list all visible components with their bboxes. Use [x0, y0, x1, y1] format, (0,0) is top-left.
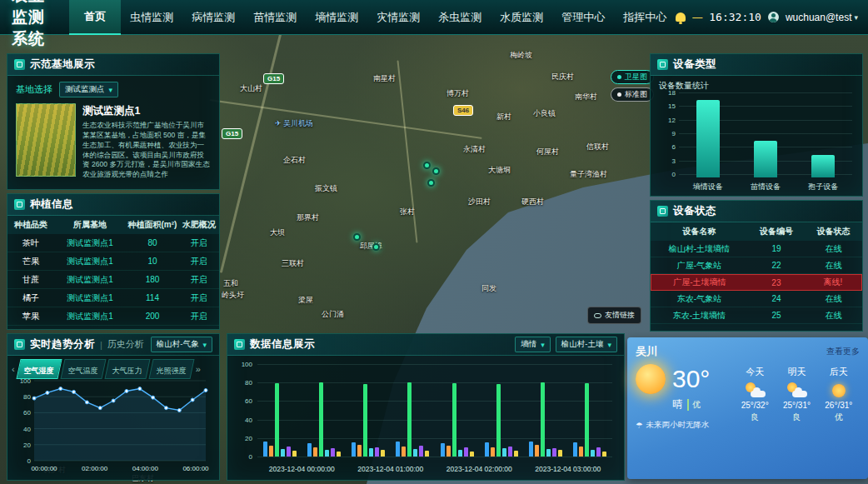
- data-info-panel: 数据信息展示 墒情 ▾ 榆山村-土壤 ▾ 0204060801002023-12…: [227, 333, 625, 481]
- trend-station-select[interactable]: 榆山村-气象 ▾: [151, 337, 212, 352]
- station-select[interactable]: 榆山村-土壤 ▾: [556, 337, 617, 352]
- standard-layer-button[interactable]: 标准图: [611, 87, 654, 102]
- panel-icon: [234, 339, 245, 350]
- base-select-value: 测试监测点: [65, 84, 105, 95]
- bar: [458, 450, 462, 457]
- svg-text:06:00:00: 06:00:00: [182, 465, 209, 472]
- nav-item-command-center[interactable]: 指挥中心: [614, 0, 676, 35]
- bar: [491, 447, 495, 457]
- clock: 16:32:10: [709, 11, 761, 23]
- map-marker[interactable]: [353, 233, 361, 241]
- bar: [413, 449, 417, 457]
- svg-text:00:00:00: 00:00:00: [31, 465, 57, 472]
- bar-category: [736, 92, 794, 177]
- map-label: ✈ 吴川机场: [275, 118, 313, 129]
- panel-header: 种植信息: [7, 194, 219, 216]
- chevron-down-icon: ▾: [607, 341, 611, 349]
- map-marker[interactable]: [427, 179, 435, 187]
- bar: [381, 450, 385, 457]
- map-label: 五和: [223, 278, 238, 289]
- bell-icon[interactable]: [676, 12, 686, 22]
- nav-item-disease[interactable]: 病情监测: [182, 0, 244, 35]
- nav-item-insect[interactable]: 虫情监测: [121, 0, 182, 35]
- current-temperature: 30°: [672, 367, 710, 392]
- map-label: 小良镇: [533, 108, 556, 119]
- layer-label: 卫星图: [625, 72, 647, 82]
- map-label: 沙田村: [468, 197, 491, 207]
- bar: [287, 447, 291, 457]
- map-marker[interactable]: [423, 162, 431, 169]
- chevron-down-icon: ▾: [109, 86, 113, 94]
- sun-cloud-icon: [744, 382, 766, 399]
- chevron-right-icon[interactable]: »: [195, 364, 202, 374]
- bar: [811, 155, 835, 177]
- base-select[interactable]: 测试监测点 ▾: [59, 82, 118, 97]
- map-label: 大塘垌: [488, 165, 511, 176]
- nav-item-home[interactable]: 首页: [69, 0, 121, 35]
- map-marker[interactable]: [432, 167, 440, 175]
- bar: [508, 447, 512, 457]
- table-row[interactable]: 东农-气象站 24 在线: [651, 291, 862, 307]
- nav-item-water-quality[interactable]: 水质监测: [491, 0, 552, 35]
- bar: [337, 452, 341, 457]
- weather-more-link[interactable]: 查看更多: [826, 346, 860, 357]
- map-label: 梅岭坡: [510, 50, 532, 61]
- realtime-trend-panel: 实时趋势分析 | 历史分析 榆山村-气象 ▾ ‹ 空气湿度 空气温度 大气压力 …: [7, 333, 220, 481]
- weather-condition: 晴: [672, 397, 682, 412]
- bar: [263, 442, 267, 457]
- map-label: 南星村: [373, 73, 396, 84]
- bar: [396, 442, 400, 457]
- map-label: 量子湾渔村: [570, 169, 607, 180]
- x-axis-label: 2023-12-04 02:00:00: [435, 465, 524, 473]
- table-row[interactable]: 东农-土壤墒情 25 在线: [651, 307, 862, 324]
- bar: [596, 447, 601, 457]
- site-name: 测试监测点1: [82, 104, 211, 118]
- table-row[interactable]: 苹果测试监测点1 200开启: [7, 307, 219, 326]
- forecast-day-after: 后天 26°/31° 优: [818, 364, 860, 431]
- bar: [485, 442, 489, 457]
- bar: [696, 100, 720, 177]
- table-row[interactable]: 茶叶测试监测点1 80开启: [7, 234, 219, 252]
- svg-text:20: 20: [23, 442, 31, 449]
- gridline: [257, 457, 612, 457]
- road-line: [209, 99, 481, 139]
- nav-item-pest-control[interactable]: 杀虫监测: [429, 0, 491, 35]
- friendly-links-label: 友情链接: [605, 310, 635, 321]
- bar: [363, 384, 367, 457]
- y-axis-label: 3: [656, 157, 676, 165]
- table-row[interactable]: 芒果测试监测点1 10开启: [7, 252, 219, 271]
- satellite-layer-button[interactable]: 卫星图: [611, 70, 654, 84]
- panel-icon: [14, 59, 25, 70]
- history-analysis-tab[interactable]: 历史分析: [107, 338, 144, 351]
- panel-header: 设备类型: [651, 54, 862, 76]
- panel-title: 数据信息展示: [250, 337, 315, 352]
- panel-title: 实时趋势分析: [30, 337, 95, 352]
- bar: [352, 442, 356, 457]
- user-menu[interactable]: wuchuan@test ▾: [786, 12, 858, 23]
- nav-item-admin-center[interactable]: 管理中心: [552, 0, 614, 35]
- table-row[interactable]: 广屋-气象站 22 在线: [651, 257, 862, 274]
- table-row[interactable]: 甘蔗测试监测点1 180开启: [7, 271, 219, 289]
- nav-item-soil-moisture[interactable]: 墒情监测: [306, 0, 367, 35]
- metric-type-select[interactable]: 墒情 ▾: [515, 337, 551, 352]
- map-label: 同发: [481, 283, 496, 294]
- map-label: 岭头圩: [222, 290, 244, 301]
- table-row-offline-alert[interactable]: 广屋-土壤墒情 23 离线!: [651, 274, 862, 291]
- bar: [281, 449, 285, 457]
- forecast-tomorrow: 明天 25°/31° 良: [776, 364, 817, 431]
- bar: [319, 382, 323, 457]
- title-divider: |: [100, 340, 102, 350]
- table-row[interactable]: 橘子测试监测点1 114开启: [7, 289, 219, 307]
- svg-text:40: 40: [23, 426, 31, 433]
- map-marker[interactable]: [372, 243, 380, 251]
- bar-category: [795, 92, 852, 177]
- friendly-links-button[interactable]: 友情链接: [587, 307, 641, 324]
- x-axis-label: 2023-12-04 00:00:00: [257, 465, 347, 473]
- chevron-left-icon[interactable]: ‹: [11, 364, 16, 374]
- bar-group: [568, 364, 612, 457]
- bar: [402, 447, 406, 457]
- nav-item-disaster[interactable]: 灾情监测: [367, 0, 429, 35]
- table-row[interactable]: 榆山村-土壤墒情 19 在线: [651, 241, 862, 257]
- nav-item-seedling[interactable]: 苗情监测: [244, 0, 306, 35]
- panel-title: 示范基地展示: [30, 57, 95, 72]
